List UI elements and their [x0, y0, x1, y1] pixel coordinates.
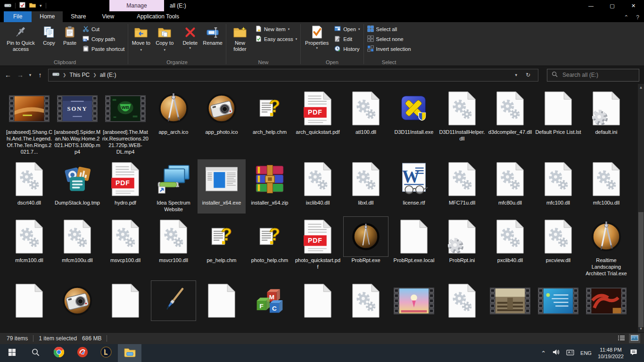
breadcrumb-this-pc[interactable]: This PC [70, 72, 90, 78]
breadcrumb-current[interactable]: all (E:) [100, 72, 116, 78]
properties-button[interactable]: Properties ▾ [302, 24, 331, 58]
file-item[interactable]: MFC71u.dll [438, 159, 486, 214]
up-button[interactable]: ↑ [34, 71, 46, 79]
edit-button[interactable]: Edit [333, 35, 361, 43]
address-dropdown-icon[interactable]: ▾ [515, 73, 517, 77]
file-item[interactable]: pxcview.dll [534, 217, 582, 278]
scroll-up-icon[interactable]: ▲ [638, 85, 644, 90]
file-item[interactable]: ProbRpt.ini [438, 217, 486, 278]
file-item[interactable]: ?pe_help.chm [198, 217, 246, 278]
forward-button[interactable]: → [14, 71, 26, 79]
file-item[interactable]: mfc80u.dll [486, 159, 534, 214]
file-item[interactable] [294, 281, 342, 322]
maximize-button[interactable]: ▢ [602, 0, 623, 11]
copy-to-button[interactable]: Copy to ▾ [153, 24, 176, 58]
file-item[interactable]: PDFhydro.pdf [101, 159, 149, 214]
file-item[interactable]: Realtime Landscaping Architect Trial.exe [582, 217, 630, 278]
file-item[interactable]: installer_x64.exe [198, 159, 246, 214]
search-input[interactable] [561, 71, 634, 79]
copy-button[interactable]: Copy [39, 24, 59, 58]
file-item[interactable]: WB[arabseed].The.Matrix.Resurrections.20… [101, 89, 149, 156]
file-item[interactable]: app_photo.ico [198, 89, 246, 156]
file-item[interactable]: PDFarch_quickstart.pdf [294, 89, 342, 156]
history-button[interactable]: History [333, 45, 361, 53]
file-item[interactable] [53, 281, 101, 322]
file-item[interactable]: Wlicense.rtf [390, 159, 438, 214]
new-folder-button[interactable]: New folder [228, 24, 252, 58]
manage-contextual-tab[interactable]: Manage [109, 0, 164, 11]
file-item[interactable]: default.ini [582, 89, 630, 156]
file-item[interactable]: app_arch.ico [149, 89, 198, 156]
file-item[interactable] [486, 281, 534, 322]
vertical-scrollbar[interactable]: ▲ ▼ [638, 84, 644, 332]
tab-view[interactable]: View [94, 11, 122, 22]
address-bar[interactable]: ❯ This PC ❯ all (E:) ▾ ↻ [48, 69, 538, 82]
file-item[interactable] [342, 281, 390, 322]
tab-share[interactable]: Share [63, 11, 94, 22]
file-item[interactable]: d3dcompiler_47.dll [486, 89, 534, 156]
file-item[interactable]: dscrt40.dll [5, 159, 53, 214]
file-item[interactable]: D3D11Install.exe [390, 89, 438, 156]
close-button[interactable]: ✕ [623, 0, 644, 11]
file-item[interactable]: libxl.dll [342, 159, 390, 214]
open-button[interactable]: Open ▾ [333, 25, 361, 33]
properties-check-icon[interactable] [19, 1, 25, 10]
taskbar-league-button[interactable] [94, 344, 118, 362]
start-button[interactable] [0, 344, 24, 362]
file-item[interactable]: ProbRpt.exe.local [390, 217, 438, 278]
file-item[interactable] [438, 281, 486, 322]
new-item-button[interactable]: New item ▾ [254, 25, 298, 33]
folder-icon[interactable] [29, 1, 36, 10]
file-item[interactable]: mfc100.dll [534, 159, 582, 214]
file-item[interactable]: PDFphoto_quickstart.pdf [294, 217, 342, 278]
collapse-ribbon-icon[interactable]: ⌃ [624, 14, 628, 21]
cut-button[interactable]: Cut [82, 25, 125, 33]
taskbar-search-button[interactable] [24, 344, 47, 362]
file-item[interactable]: MFC [246, 281, 294, 322]
taskbar-chrome-button[interactable] [47, 344, 71, 362]
file-item[interactable]: ?arch_help.chm [246, 89, 294, 156]
select-all-button[interactable]: Select all [366, 25, 412, 33]
details-view-button[interactable] [616, 334, 627, 343]
tab-file[interactable]: File [4, 11, 32, 22]
clock[interactable]: 11:48 PM 10/19/2022 [598, 346, 624, 360]
file-item[interactable]: mfcm100u.dll [53, 217, 101, 278]
back-button[interactable]: ← [2, 71, 14, 79]
file-item[interactable]: [arabseed].Shang.Chi.And.The.Legend.Of.T… [5, 89, 53, 156]
speaker-icon[interactable] [552, 349, 560, 357]
file-item[interactable]: msvcr100.dll [149, 217, 198, 278]
help-icon[interactable]: ? [636, 14, 639, 21]
file-item[interactable]: DumpStack.log.tmp [53, 159, 101, 214]
paste-shortcut-button[interactable]: Paste shortcut [82, 45, 125, 53]
copy-path-button[interactable]: W.. Copy path [82, 35, 125, 43]
file-item[interactable]: pxclib40.dll [486, 217, 534, 278]
file-item[interactable]: installer_x64.zip [246, 159, 294, 214]
file-item[interactable]: mfcm100.dll [5, 217, 53, 278]
file-item[interactable] [149, 281, 198, 322]
taskbar-recorder-app-button[interactable] [71, 344, 94, 362]
file-item[interactable] [198, 281, 246, 322]
file-item[interactable] [534, 281, 582, 322]
input-method-icon[interactable] [566, 349, 574, 357]
large-icons-view-button[interactable] [629, 334, 640, 343]
file-item[interactable]: atl100.dll [342, 89, 390, 156]
scroll-down-icon[interactable]: ▼ [638, 327, 644, 331]
select-none-button[interactable]: Select none [366, 35, 412, 43]
file-item[interactable] [101, 281, 149, 322]
tab-application-tools[interactable]: Application Tools [129, 11, 187, 22]
file-item[interactable]: ?photo_help.chm [246, 217, 294, 278]
tab-home[interactable]: Home [32, 11, 63, 22]
rename-button[interactable]: Rename [201, 24, 224, 58]
file-item[interactable] [582, 281, 630, 322]
file-item[interactable] [390, 281, 438, 322]
file-item[interactable]: ixclib40.dll [294, 159, 342, 214]
refresh-icon[interactable]: ↻ [526, 72, 530, 78]
chevron-down-icon[interactable]: ▾ [40, 3, 42, 8]
file-item[interactable]: mfc100u.dll [582, 159, 630, 214]
minimize-button[interactable]: — [580, 0, 602, 11]
file-item[interactable]: SONY[arabseed].Spider.Man.No.Way.Home.20… [53, 89, 101, 156]
file-item[interactable]: Idea Spectrum Website [149, 159, 198, 214]
file-item[interactable] [5, 281, 53, 322]
easy-access-button[interactable]: Easy access ▾ [254, 35, 298, 43]
invert-selection-button[interactable]: Invert selection [366, 45, 412, 53]
